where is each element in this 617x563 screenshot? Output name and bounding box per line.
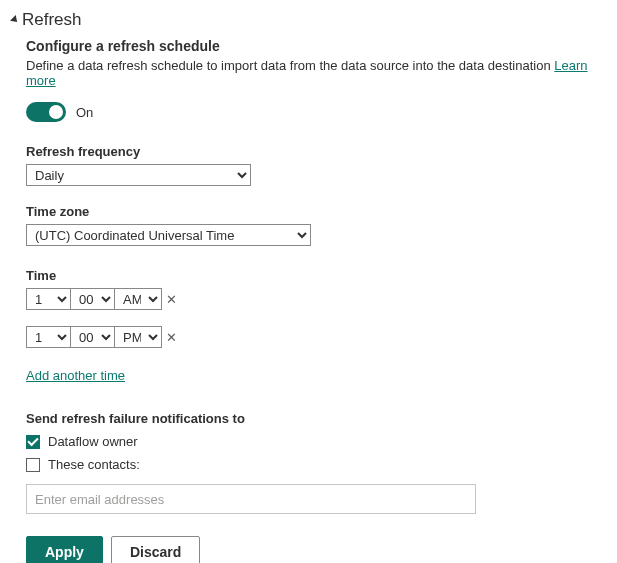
refresh-toggle[interactable]: [26, 102, 66, 122]
time-row: 1 00 AM ✕: [26, 288, 605, 310]
hour-select[interactable]: 1: [26, 326, 70, 348]
timezone-select[interactable]: (UTC) Coordinated Universal Time: [26, 224, 311, 246]
section-title: Refresh: [22, 10, 82, 30]
time-row: 1 00 PM ✕: [26, 326, 605, 348]
minute-select[interactable]: 00: [70, 288, 114, 310]
remove-time-icon[interactable]: ✕: [166, 331, 177, 344]
timezone-label: Time zone: [26, 204, 605, 219]
owner-checkbox[interactable]: [26, 435, 40, 449]
notifications-label: Send refresh failure notifications to: [26, 411, 605, 426]
owner-checkbox-label: Dataflow owner: [48, 434, 138, 449]
contacts-checkbox-label: These contacts:: [48, 457, 140, 472]
frequency-label: Refresh frequency: [26, 144, 605, 159]
contacts-checkbox[interactable]: [26, 458, 40, 472]
discard-button[interactable]: Discard: [111, 536, 200, 563]
hour-select[interactable]: 1: [26, 288, 70, 310]
ampm-select[interactable]: AM: [114, 288, 162, 310]
section-description: Define a data refresh schedule to import…: [26, 58, 605, 88]
add-time-link[interactable]: Add another time: [26, 368, 125, 383]
time-label: Time: [26, 268, 605, 283]
toggle-knob: [49, 105, 63, 119]
contacts-email-input[interactable]: [26, 484, 476, 514]
collapse-icon: [10, 15, 20, 25]
remove-time-icon[interactable]: ✕: [166, 293, 177, 306]
frequency-select[interactable]: Daily: [26, 164, 251, 186]
section-subtitle: Configure a refresh schedule: [26, 38, 605, 54]
section-header[interactable]: Refresh: [12, 10, 605, 30]
toggle-state-label: On: [76, 105, 93, 120]
apply-button[interactable]: Apply: [26, 536, 103, 563]
ampm-select[interactable]: PM: [114, 326, 162, 348]
minute-select[interactable]: 00: [70, 326, 114, 348]
